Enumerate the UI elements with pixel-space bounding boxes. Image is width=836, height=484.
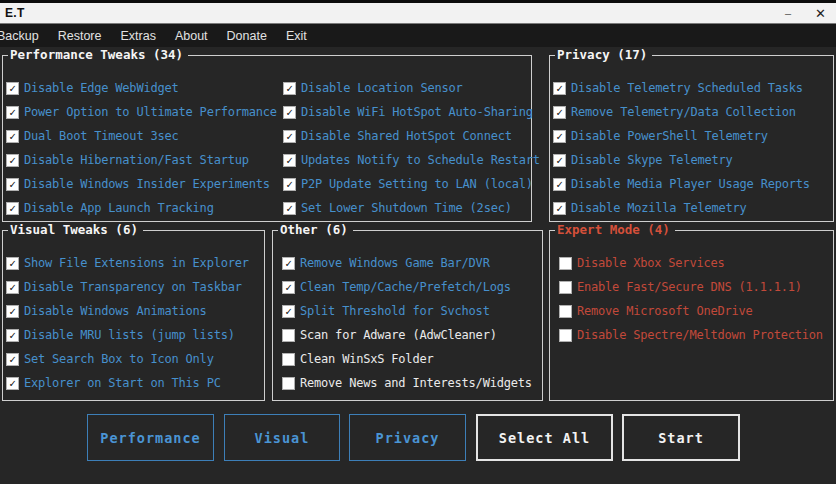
checkbox-item[interactable]: ✓Disable Shared HotSpot Connect xyxy=(280,124,531,148)
checkbox-item[interactable]: Remove News and Interests/Widgets xyxy=(273,371,542,395)
checkbox-item[interactable]: ✓Dual Boot Timeout 3sec xyxy=(3,124,280,148)
checkbox-checked[interactable]: ✓ xyxy=(6,377,19,390)
checkbox-checked[interactable]: ✓ xyxy=(553,82,566,95)
close-icon[interactable]: ✕ xyxy=(815,7,826,20)
checkbox-unchecked[interactable] xyxy=(559,257,572,270)
menu-item-donate[interactable]: Donate xyxy=(227,29,267,43)
checkbox-item[interactable]: ✓Explorer on Start on This PC xyxy=(3,371,264,395)
checkbox-label: Disable App Launch Tracking xyxy=(24,201,214,215)
checkbox-item[interactable]: ✓Disable Edge WebWidget xyxy=(3,76,280,100)
checkbox-item[interactable]: ✓Disable Windows Animations xyxy=(3,299,264,323)
menu-item-extras[interactable]: Extras xyxy=(120,29,155,43)
checkbox-item[interactable]: ✓Remove Telemetry/Data Collection xyxy=(550,100,833,124)
checkbox-label: Dual Boot Timeout 3sec xyxy=(24,129,179,143)
checkbox-checked[interactable]: ✓ xyxy=(283,154,296,167)
checkbox-unchecked[interactable] xyxy=(282,353,295,366)
checkbox-checked[interactable]: ✓ xyxy=(6,305,19,318)
checkbox-checked[interactable]: ✓ xyxy=(6,329,19,342)
minimize-icon[interactable]: – xyxy=(785,8,791,18)
checkbox-item[interactable]: Scan for Adware (AdwCleaner) xyxy=(273,323,542,347)
checkbox-label: Remove Microsoft OneDrive xyxy=(577,304,753,318)
checkbox-item[interactable]: ✓Power Option to Ultimate Performance xyxy=(3,100,280,124)
checkbox-checked[interactable]: ✓ xyxy=(553,130,566,143)
checkbox-checked[interactable]: ✓ xyxy=(553,154,566,167)
checkbox-checked[interactable]: ✓ xyxy=(6,130,19,143)
privacy-button[interactable]: Privacy xyxy=(349,414,466,461)
checkbox-item[interactable]: ✓Remove Windows Game Bar/DVR xyxy=(273,251,542,275)
checkbox-item[interactable]: ✓Disable Media Player Usage Reports xyxy=(550,172,833,196)
checkbox-checked[interactable]: ✓ xyxy=(6,281,19,294)
checkbox-label: Set Lower Shutdown Time (2sec) xyxy=(301,201,512,215)
checkbox-label: Clean Temp/Cache/Prefetch/Logs xyxy=(300,280,511,294)
checkbox-label: Disable Windows Animations xyxy=(24,304,207,318)
checkbox-item[interactable]: Enable Fast/Secure DNS (1.1.1.1) xyxy=(550,275,833,299)
checkbox-label: Remove Telemetry/Data Collection xyxy=(571,105,796,119)
checkbox-item[interactable]: ✓Disable Location Sensor xyxy=(280,76,531,100)
checkbox-unchecked[interactable] xyxy=(282,329,295,342)
checkbox-item[interactable]: Disable Spectre/Meltdown Protection xyxy=(550,323,833,347)
checkbox-checked[interactable]: ✓ xyxy=(283,178,296,191)
checkbox-label: Updates Notify to Schedule Restart xyxy=(301,153,540,167)
checkbox-item[interactable]: Disable Xbox Services xyxy=(550,251,833,275)
checkbox-label: Disable Transparency on Taskbar xyxy=(24,280,242,294)
checkbox-label: Enable Fast/Secure DNS (1.1.1.1) xyxy=(577,280,802,294)
checkbox-checked[interactable]: ✓ xyxy=(283,202,296,215)
checkbox-item[interactable]: ✓Updates Notify to Schedule Restart xyxy=(280,148,531,172)
checkbox-checked[interactable]: ✓ xyxy=(282,257,295,270)
checkbox-item[interactable]: Remove Microsoft OneDrive xyxy=(550,299,833,323)
checkbox-checked[interactable]: ✓ xyxy=(553,106,566,119)
performance-button[interactable]: Performance xyxy=(87,414,214,461)
checkbox-item[interactable]: ✓Set Lower Shutdown Time (2sec) xyxy=(280,196,531,220)
checkbox-checked[interactable]: ✓ xyxy=(553,178,566,191)
checkbox-unchecked[interactable] xyxy=(559,329,572,342)
checkbox-item[interactable]: ✓Show File Extensions in Explorer xyxy=(3,251,264,275)
checkbox-unchecked[interactable] xyxy=(559,305,572,318)
start-button[interactable]: Start xyxy=(622,414,740,461)
menu-item-backup[interactable]: Backup xyxy=(0,29,39,43)
checkbox-checked[interactable]: ✓ xyxy=(6,106,19,119)
checkbox-unchecked[interactable] xyxy=(559,281,572,294)
menu-item-restore[interactable]: Restore xyxy=(58,29,102,43)
checkbox-item[interactable]: ✓Clean Temp/Cache/Prefetch/Logs xyxy=(273,275,542,299)
checkbox-item[interactable]: ✓Disable Windows Insider Experiments xyxy=(3,172,280,196)
group-column: ✓Disable Edge WebWidget✓Power Option to … xyxy=(3,76,280,221)
app-window: E.T – ✕ Backup Restore Extras About Dona… xyxy=(0,0,836,484)
checkbox-checked[interactable]: ✓ xyxy=(553,202,566,215)
checkbox-item[interactable]: ✓Disable PowerShell Telemetry xyxy=(550,124,833,148)
visual-button[interactable]: Visual xyxy=(224,414,340,461)
checkbox-label: Split Threshold for Svchost xyxy=(300,304,490,318)
checkbox-checked[interactable]: ✓ xyxy=(6,257,19,270)
menu-item-about[interactable]: About xyxy=(175,29,208,43)
checkbox-item[interactable]: ✓Disable WiFi HotSpot Auto-Sharing xyxy=(280,100,531,124)
group-performance-tweaks: Performance Tweaks (34) ✓Disable Edge We… xyxy=(2,55,532,222)
checkbox-item[interactable]: ✓Disable Hibernation/Fast Startup xyxy=(3,148,280,172)
checkbox-checked[interactable]: ✓ xyxy=(282,281,295,294)
checkbox-checked[interactable]: ✓ xyxy=(283,106,296,119)
checkbox-checked[interactable]: ✓ xyxy=(6,178,19,191)
checkbox-item[interactable]: ✓P2P Update Setting to LAN (local) xyxy=(280,172,531,196)
checkbox-item[interactable]: ✓Disable Transparency on Taskbar xyxy=(3,275,264,299)
action-bar: Performance Visual Privacy Select All St… xyxy=(0,414,836,462)
checkbox-checked[interactable]: ✓ xyxy=(282,305,295,318)
checkbox-label: Remove News and Interests/Widgets xyxy=(300,376,532,390)
checkbox-unchecked[interactable] xyxy=(282,377,295,390)
checkbox-item[interactable]: ✓Disable Telemetry Scheduled Tasks xyxy=(550,76,833,100)
menu-item-exit[interactable]: Exit xyxy=(286,29,307,43)
checkbox-item[interactable]: ✓Disable Mozilla Telemetry xyxy=(550,196,833,220)
select-all-button[interactable]: Select All xyxy=(476,414,613,461)
checkbox-item[interactable]: ✓Disable App Launch Tracking xyxy=(3,196,280,220)
group-visual-tweaks: Visual Tweaks (6) ✓Show File Extensions … xyxy=(2,230,265,401)
checkbox-checked[interactable]: ✓ xyxy=(6,353,19,366)
checkbox-checked[interactable]: ✓ xyxy=(6,82,19,95)
checkbox-item[interactable]: ✓Disable Skype Telemetry xyxy=(550,148,833,172)
checkbox-label: Disable Windows Insider Experiments xyxy=(24,177,270,191)
checkbox-label: Disable Telemetry Scheduled Tasks xyxy=(571,81,803,95)
checkbox-checked[interactable]: ✓ xyxy=(283,130,296,143)
checkbox-item[interactable]: ✓Set Search Box to Icon Only xyxy=(3,347,264,371)
checkbox-checked[interactable]: ✓ xyxy=(283,82,296,95)
checkbox-checked[interactable]: ✓ xyxy=(6,202,19,215)
checkbox-item[interactable]: Clean WinSxS Folder xyxy=(273,347,542,371)
checkbox-checked[interactable]: ✓ xyxy=(6,154,19,167)
checkbox-item[interactable]: ✓Split Threshold for Svchost xyxy=(273,299,542,323)
checkbox-item[interactable]: ✓Disable MRU lists (jump lists) xyxy=(3,323,264,347)
